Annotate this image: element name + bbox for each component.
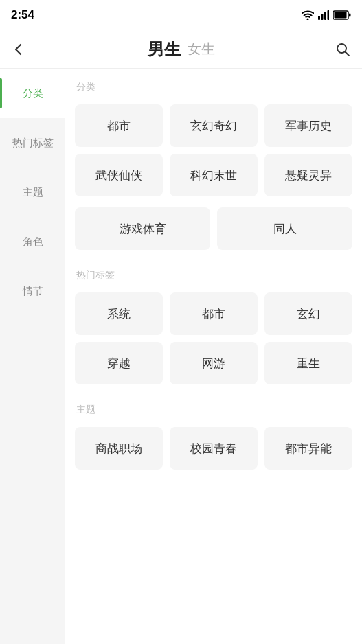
title-male[interactable]: 男生 [148, 38, 181, 60]
fenlei-tags-grid: 都市 玄幻奇幻 军事历史 武侠仙侠 科幻末世 悬疑灵异 [65, 100, 362, 203]
tag-tongren[interactable]: 同人 [217, 207, 352, 250]
signal-icon [318, 10, 329, 20]
sidebar-item-zhuti[interactable]: 主题 [0, 168, 65, 217]
sidebar: 分类 热门标签 主题 角色 情节 [0, 69, 65, 644]
sidebar-item-fenlei[interactable]: 分类 [0, 69, 65, 118]
header: 男生 女生 [0, 30, 362, 69]
svg-rect-2 [324, 12, 326, 20]
tag-kexue[interactable]: 科幻末世 [170, 154, 258, 196]
sidebar-item-qingjie[interactable]: 情节 [0, 266, 65, 316]
main-layout: 分类 热门标签 主题 角色 情节 分类 都市 玄幻奇幻 军事历史 武侠仙侠 科幻… [0, 69, 362, 644]
svg-rect-5 [349, 14, 351, 17]
tag-xiaoyuan[interactable]: 校园青春 [170, 427, 258, 470]
tag-junshi[interactable]: 军事历史 [264, 104, 352, 147]
tag-wuxia[interactable]: 武侠仙侠 [75, 154, 163, 196]
tag-dushineng[interactable]: 都市异能 [264, 427, 352, 470]
sidebar-item-juese[interactable]: 角色 [0, 217, 65, 266]
tag-shangzhan[interactable]: 商战职场 [75, 427, 163, 470]
tag-wangyou[interactable]: 网游 [170, 342, 258, 384]
search-button[interactable] [326, 41, 351, 58]
tag-chongsheng[interactable]: 重生 [264, 342, 352, 384]
tag-dushi[interactable]: 都市 [75, 104, 163, 147]
section-label-remen: 热门标签 [65, 257, 362, 288]
tag-youxi[interactable]: 游戏体育 [75, 207, 210, 250]
tag-xitong[interactable]: 系统 [75, 292, 163, 335]
svg-rect-1 [321, 14, 324, 20]
zhuti-tags-grid: 商战职场 校园青春 都市异能 [65, 423, 362, 476]
fenlei-tags-grid-row2: 游戏体育 同人 [65, 203, 362, 257]
sidebar-item-remenbiaogian[interactable]: 热门标签 [0, 118, 65, 168]
header-title: 男生 女生 [148, 38, 215, 60]
tag-xuanhuan2[interactable]: 玄幻 [264, 292, 352, 335]
svg-rect-6 [335, 12, 347, 19]
back-button[interactable] [11, 42, 36, 57]
remen-tags-grid: 系统 都市 玄幻 穿越 网游 重生 [65, 288, 362, 391]
status-icons [302, 10, 351, 20]
tag-xuanyi[interactable]: 悬疑灵异 [264, 154, 352, 196]
wifi-icon [302, 10, 314, 20]
tag-chuanyue[interactable]: 穿越 [75, 342, 163, 384]
title-female[interactable]: 女生 [188, 40, 215, 58]
status-time: 2:54 [11, 8, 34, 22]
tag-dushi2[interactable]: 都市 [170, 292, 258, 335]
content-area: 分类 都市 玄幻奇幻 军事历史 武侠仙侠 科幻末世 悬疑灵异 游戏体育 同人 热… [65, 69, 362, 644]
battery-icon [333, 10, 351, 20]
svg-rect-3 [328, 10, 330, 20]
section-label-zhuti: 主题 [65, 391, 362, 423]
section-label-fenlei: 分类 [65, 69, 362, 100]
svg-rect-0 [318, 16, 320, 20]
tag-xuanhuan[interactable]: 玄幻奇幻 [170, 104, 258, 147]
status-bar: 2:54 [0, 0, 362, 30]
